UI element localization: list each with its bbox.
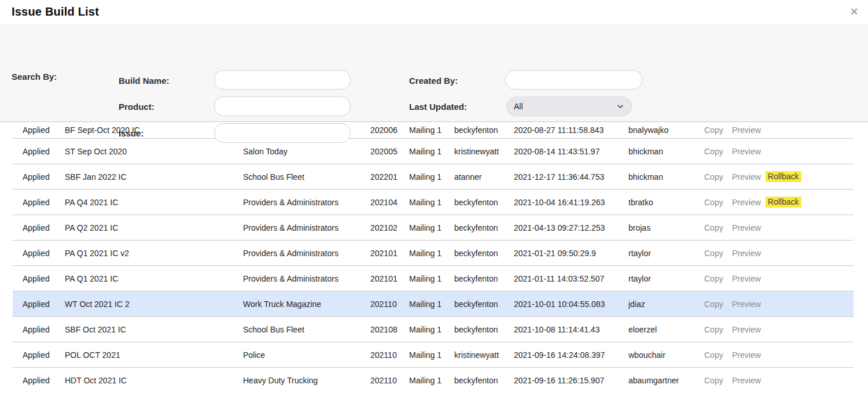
row-issue: 202104 <box>370 198 409 207</box>
row-last-updated: 2021-01-11 14:03:52.507 <box>514 274 628 283</box>
row-created-by: beckyfenton <box>454 274 514 283</box>
issue-label: Issue: <box>119 128 144 138</box>
table-row[interactable]: Applied ST Sep Oct 2020 Salon Today 2020… <box>13 139 854 164</box>
product-label: Product: <box>119 102 155 112</box>
row-updated-by: brojas <box>628 223 704 232</box>
row-last-updated: 2020-08-27 11:11:58.843 <box>514 125 628 135</box>
row-created-by: beckyfenton <box>454 249 514 258</box>
row-updated-by: bnalywajko <box>628 125 704 135</box>
row-issue: 202006 <box>370 125 409 135</box>
preview-link[interactable]: Preview <box>732 274 761 283</box>
row-mailing: Mailing 1 <box>409 300 454 309</box>
preview-link[interactable]: Preview <box>732 350 761 360</box>
row-status: Applied <box>13 350 65 360</box>
table-row[interactable]: Applied WT Oct 2021 IC 2 Work Truck Maga… <box>13 291 854 317</box>
copy-link[interactable]: Copy <box>704 249 723 258</box>
row-last-updated: 2021-10-04 16:41:19.263 <box>514 198 628 207</box>
copy-link[interactable]: Copy <box>704 300 723 309</box>
copy-link[interactable]: Copy <box>704 350 723 360</box>
copy-link[interactable]: Copy <box>704 125 723 135</box>
copy-link[interactable]: Copy <box>704 198 723 207</box>
row-issue: 202108 <box>370 325 409 334</box>
row-build-name: WT Oct 2021 IC 2 <box>65 300 243 309</box>
preview-link[interactable]: Preview <box>732 376 761 385</box>
table-row[interactable]: Applied PA Q4 2021 IC Providers & Admini… <box>13 190 854 215</box>
row-created-by: atanner <box>454 172 514 182</box>
copy-link[interactable]: Copy <box>704 223 723 232</box>
product-input[interactable] <box>214 97 351 116</box>
preview-link[interactable]: Preview <box>732 300 761 309</box>
row-last-updated: 2021-09-16 14:24:08.397 <box>514 350 628 360</box>
row-build-name: PA Q4 2021 IC <box>65 198 243 207</box>
row-updated-by: abaumgartner <box>628 376 704 385</box>
row-last-updated: 2021-10-01 10:04:55.083 <box>514 300 628 309</box>
row-issue: 202201 <box>370 172 409 182</box>
table-row[interactable]: Applied PA Q1 2021 IC v2 Providers & Adm… <box>13 241 854 266</box>
row-status: Applied <box>13 325 65 334</box>
row-build-name: ST Sep Oct 2020 <box>65 147 243 156</box>
row-product: School Bus Fleet <box>243 172 370 182</box>
row-updated-by: tbratko <box>628 198 704 207</box>
close-icon[interactable]: ✕ <box>847 5 861 19</box>
search-by-label: Search By: <box>12 72 57 82</box>
rollback-link[interactable]: Rollback <box>766 197 801 208</box>
row-product: Providers & Administrators <box>243 223 370 232</box>
preview-link[interactable]: Preview <box>732 147 761 156</box>
table-row[interactable]: Applied SBF Jan 2022 IC School Bus Fleet… <box>13 164 854 190</box>
row-build-name: SBF Oct 2021 IC <box>65 325 243 334</box>
last-updated-label: Last Updated: <box>409 102 467 112</box>
table-row[interactable]: Applied PA Q1 2021 IC Providers & Admini… <box>13 266 854 291</box>
row-created-by: beckyfenton <box>454 325 514 334</box>
row-updated-by: bhickman <box>628 172 704 182</box>
row-status: Applied <box>13 198 65 207</box>
chevron-down-icon <box>616 102 624 110</box>
row-issue: 202110 <box>370 300 409 309</box>
row-product: School Bus Fleet <box>243 325 370 334</box>
preview-link[interactable]: Preview <box>732 223 761 232</box>
copy-link[interactable]: Copy <box>704 325 723 334</box>
row-updated-by: eloerzel <box>628 325 704 334</box>
rollback-link[interactable]: Rollback <box>766 171 801 182</box>
copy-link[interactable]: Copy <box>704 274 723 283</box>
row-build-name: PA Q2 2021 IC <box>65 223 243 232</box>
row-build-name: HDT Oct 2021 IC <box>65 376 243 385</box>
copy-link[interactable]: Copy <box>704 376 723 385</box>
row-build-name: PA Q1 2021 IC <box>65 274 243 283</box>
created-by-input[interactable] <box>505 70 642 90</box>
copy-link[interactable]: Copy <box>704 147 723 156</box>
row-product: Providers & Administrators <box>243 274 370 283</box>
issue-input[interactable] <box>214 123 351 143</box>
table-row[interactable]: Applied PA Q2 2021 IC Providers & Admini… <box>13 215 854 241</box>
row-created-by: beckyfenton <box>454 223 514 232</box>
preview-link[interactable]: Preview <box>732 249 761 258</box>
row-updated-by: wbouchair <box>628 350 704 360</box>
row-updated-by: bhickman <box>628 147 704 156</box>
preview-link[interactable]: Preview <box>732 198 761 207</box>
copy-link[interactable]: Copy <box>704 172 723 182</box>
row-mailing: Mailing 1 <box>409 172 454 182</box>
row-issue: 202110 <box>370 376 409 385</box>
preview-link[interactable]: Preview <box>732 172 761 182</box>
last-updated-select[interactable]: All <box>506 97 632 116</box>
row-mailing: Mailing 1 <box>409 198 454 207</box>
table-row[interactable]: Applied HDT Oct 2021 IC Heavy Duty Truck… <box>13 368 854 393</box>
row-build-name: POL OCT 2021 <box>65 350 243 360</box>
row-updated-by: jdiaz <box>628 300 704 309</box>
table-row[interactable]: Applied POL OCT 2021 Police 202110 Maili… <box>13 342 854 368</box>
row-last-updated: 2021-12-17 11:36:44.753 <box>514 172 628 182</box>
last-updated-selected-value: All <box>514 102 616 111</box>
row-product: Police <box>243 350 370 360</box>
table-row[interactable]: Applied SBF Oct 2021 IC School Bus Fleet… <box>13 317 854 342</box>
row-build-name: SBF Jan 2022 IC <box>65 172 243 182</box>
row-updated-by: rtaylor <box>628 249 704 258</box>
row-issue: 202102 <box>370 223 409 232</box>
row-issue: 202110 <box>370 350 409 360</box>
preview-link[interactable]: Preview <box>732 325 761 334</box>
preview-link[interactable]: Preview <box>732 125 761 135</box>
search-panel: Search By: Build Name: Product: Issue: C… <box>0 25 868 122</box>
row-product: Heavy Duty Trucking <box>243 376 370 385</box>
created-by-label: Created By: <box>409 76 458 86</box>
row-status: Applied <box>13 249 65 258</box>
row-created-by: beckyfenton <box>454 376 514 385</box>
build-name-input[interactable] <box>214 70 351 90</box>
